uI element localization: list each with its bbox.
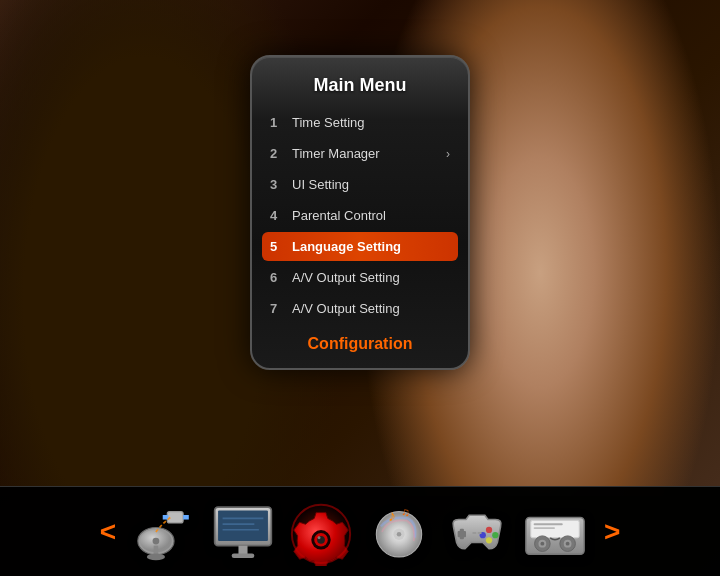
menu-item-number-6: 6 xyxy=(270,270,288,285)
svg-point-28 xyxy=(486,526,492,532)
nav-icon-settings[interactable] xyxy=(287,498,355,566)
menu-item-timer-manager[interactable]: 2 Timer Manager › xyxy=(262,139,458,168)
menu-title: Main Menu xyxy=(252,57,468,108)
svg-rect-27 xyxy=(458,530,466,536)
svg-rect-37 xyxy=(534,527,555,529)
nav-icon-music[interactable]: ♪ ♫ xyxy=(365,498,433,566)
monitor-icon xyxy=(209,498,277,566)
tape-cassette-icon xyxy=(521,498,589,566)
menu-item-number-4: 4 xyxy=(270,208,288,223)
settings-gear-icon xyxy=(287,498,355,566)
svg-rect-33 xyxy=(478,532,482,534)
svg-rect-7 xyxy=(183,515,189,520)
main-menu-panel: Main Menu 1 Time Setting 2 Timer Manager… xyxy=(250,55,470,370)
menu-item-time-setting[interactable]: 1 Time Setting xyxy=(262,108,458,137)
svg-rect-36 xyxy=(534,523,563,525)
svg-point-43 xyxy=(566,541,570,545)
svg-point-31 xyxy=(486,537,492,543)
menu-item-label-2: Timer Manager xyxy=(292,146,380,161)
satellite-icon xyxy=(131,498,199,566)
svg-point-2 xyxy=(153,537,160,544)
svg-point-40 xyxy=(540,541,544,545)
menu-item-number-3: 3 xyxy=(270,177,288,192)
svg-rect-32 xyxy=(472,532,476,534)
menu-item-parental-control[interactable]: 4 Parental Control xyxy=(262,201,458,230)
svg-rect-13 xyxy=(238,545,247,554)
menu-item-language-setting[interactable]: 5 Language Setting xyxy=(262,232,458,261)
svg-point-23 xyxy=(397,532,402,537)
menu-item-arrow-2: › xyxy=(446,147,450,161)
nav-next-button[interactable]: > xyxy=(599,516,625,548)
menu-item-label-1: Time Setting xyxy=(292,115,365,130)
nav-icon-gamepad[interactable] xyxy=(443,498,511,566)
menu-item-av-output-2[interactable]: 7 A/V Output Setting xyxy=(262,294,458,323)
menu-item-label-4: Parental Control xyxy=(292,208,386,223)
svg-point-29 xyxy=(492,532,498,538)
nav-icon-monitor[interactable] xyxy=(209,498,277,566)
nav-bar: < xyxy=(0,486,720,576)
music-cd-icon: ♪ ♫ xyxy=(365,498,433,566)
menu-item-number-1: 1 xyxy=(270,115,288,130)
menu-item-number-7: 7 xyxy=(270,301,288,316)
menu-items-list: 1 Time Setting 2 Timer Manager › 3 UI Se… xyxy=(252,108,468,323)
svg-text:♫: ♫ xyxy=(401,506,410,518)
menu-item-label-3: UI Setting xyxy=(292,177,349,192)
nav-prev-button[interactable]: < xyxy=(95,516,121,548)
svg-text:♪: ♪ xyxy=(388,506,396,523)
menu-item-number-2: 2 xyxy=(270,146,288,161)
menu-item-number-5: 5 xyxy=(270,239,288,254)
menu-item-label-6: A/V Output Setting xyxy=(292,270,400,285)
svg-rect-9 xyxy=(218,510,268,541)
menu-subtitle: Configuration xyxy=(252,335,468,353)
svg-rect-14 xyxy=(232,553,255,558)
nav-icon-tape[interactable] xyxy=(521,498,589,566)
svg-point-19 xyxy=(318,536,321,539)
menu-item-label-7: A/V Output Setting xyxy=(292,301,400,316)
nav-icon-satellite[interactable] xyxy=(131,498,199,566)
menu-item-label-5: Language Setting xyxy=(292,239,401,254)
menu-item-ui-setting[interactable]: 3 UI Setting xyxy=(262,170,458,199)
menu-item-av-output-1[interactable]: 6 A/V Output Setting xyxy=(262,263,458,292)
gamepad-icon xyxy=(443,498,511,566)
svg-point-4 xyxy=(147,553,165,560)
